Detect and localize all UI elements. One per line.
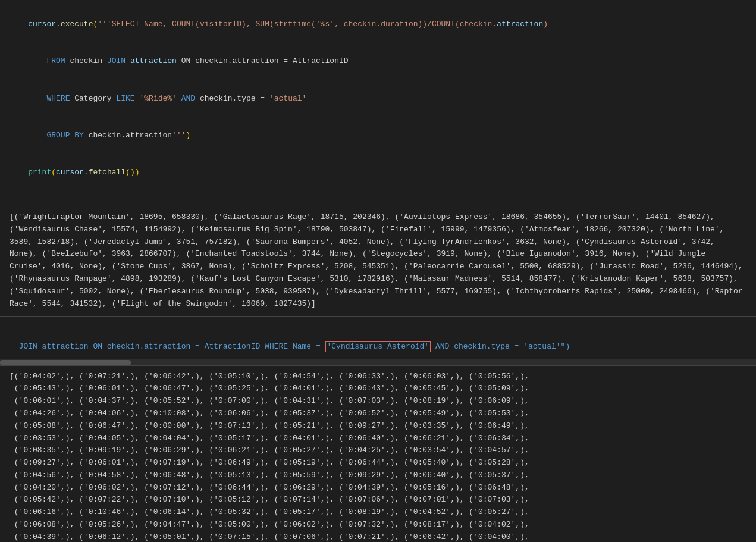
code-line-1: cursor.execute('''SELECT Name, COUNT(vis…: [10, 6, 746, 43]
empty-line: [0, 198, 756, 205]
cursor-keyword: cursor: [28, 20, 56, 29]
query-text: JOIN attraction ON checkin.attraction = …: [19, 342, 325, 351]
execute-method: execute: [61, 20, 93, 29]
query-highlighted-value: 'Cyndisaurus Asteroid': [325, 341, 431, 352]
top-code-section: cursor.execute('''SELECT Name, COUNT(vis…: [0, 0, 756, 198]
query-section: JOIN attraction ON checkin.attraction = …: [0, 322, 756, 358]
results-section: [('0:04:02',), ('0:07:21',), ('0:06:42',…: [0, 366, 756, 542]
query-end: AND checkin.type = 'actual'"): [431, 342, 570, 351]
code-line-5: print(cursor.fetchall()): [10, 155, 746, 192]
code-line-3: WHERE Category LIKE '%Ride%' AND checkin…: [10, 80, 746, 117]
scrollbar-area[interactable]: [0, 359, 756, 366]
code-line-4: GROUP BY checkin.attraction'''): [10, 117, 746, 154]
output-section: [('Wrightiraptor Mountain', 18695, 65833…: [0, 205, 756, 317]
scrollbar-thumb[interactable]: [0, 360, 131, 365]
code-line-2: FROM checkin JOIN attraction ON checkin.…: [10, 43, 746, 80]
empty-line-2: [0, 317, 756, 322]
